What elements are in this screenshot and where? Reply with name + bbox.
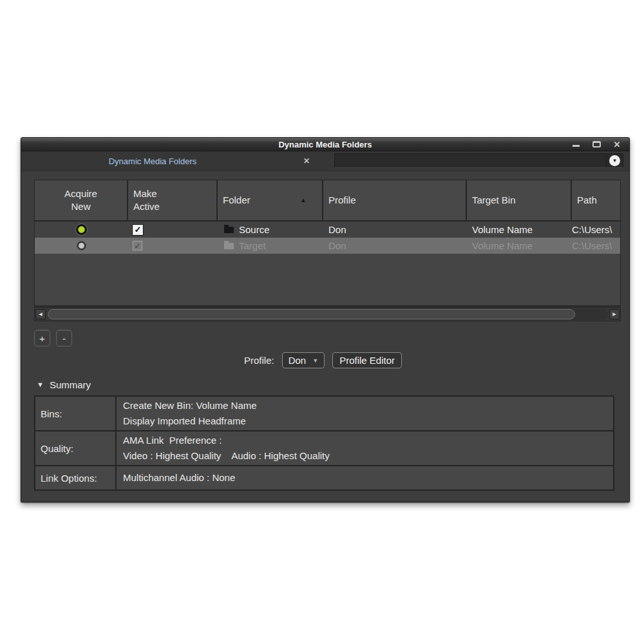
maximize-icon — [592, 141, 601, 147]
path-cell: C:\Users\ — [572, 238, 620, 254]
scroll-left-button[interactable]: ◀ — [35, 309, 46, 319]
sort-ascending-icon: ▲ — [300, 194, 307, 207]
summary-line: Display Imported Headframe — [123, 413, 607, 429]
path-cell: C:\Users\ — [572, 222, 620, 238]
acquire-new-cell — [35, 222, 128, 238]
profile-label: Profile: — [244, 355, 274, 366]
summary-row-link-options: Link Options: Multichannel Audio : None — [35, 466, 613, 489]
tab-bar: Dynamic Media Folders ✕ ▼ — [21, 151, 629, 171]
horizontal-scrollbar: ◀ ▶ — [35, 305, 620, 321]
summary-value: AMA Link Preference : Video : Highest Qu… — [117, 431, 613, 465]
summary-label: Quality: — [35, 431, 117, 465]
radio-dot — [78, 226, 85, 233]
maximize-button[interactable] — [591, 140, 602, 149]
column-header-target-bin[interactable]: Target Bin — [467, 180, 572, 220]
folders-table: Acquire New Make Active Folder▲ Profile … — [34, 180, 621, 321]
chevron-down-icon: ▼ — [609, 155, 620, 166]
table-row-target[interactable]: ✓ Target Don Volume Name C:\Users\ — [35, 238, 620, 254]
make-active-cell: ✓ — [128, 238, 218, 254]
summary-label: Link Options: — [35, 466, 117, 489]
tab-close-icon[interactable]: ✕ — [303, 156, 310, 166]
column-header-path[interactable]: Path — [572, 180, 620, 220]
folder-icon — [224, 227, 234, 233]
acquire-new-cell — [35, 238, 128, 254]
minimize-icon — [573, 145, 580, 147]
radio-acquire-new-on[interactable] — [75, 223, 88, 236]
scroll-right-button[interactable]: ▶ — [609, 309, 620, 319]
summary-line: Video : Highest Quality Audio : Highest … — [123, 448, 607, 464]
column-header-folder[interactable]: Folder▲ — [218, 180, 323, 220]
window-content: Acquire New Make Active Folder▲ Profile … — [21, 171, 629, 491]
window-controls: ✕ — [570, 140, 629, 149]
summary-value: Multichannel Audio : None — [117, 466, 613, 489]
profile-cell: Don — [323, 222, 467, 238]
profile-dropdown[interactable]: Don ▼ — [282, 352, 325, 368]
summary-line: Create New Bin: Volume Name — [123, 398, 607, 413]
table-header-row: Acquire New Make Active Folder▲ Profile … — [35, 180, 620, 222]
table-empty-area — [35, 254, 620, 305]
summary-title: Summary — [50, 379, 91, 390]
summary-table: Bins: Create New Bin: Volume Name Displa… — [34, 395, 614, 491]
make-active-cell: ✓ — [128, 222, 218, 238]
summary-value: Create New Bin: Volume Name Display Impo… — [117, 397, 613, 430]
summary-label: Bins: — [35, 397, 117, 430]
summary-line: AMA Link Preference : — [123, 433, 607, 448]
column-header-acquire-new[interactable]: Acquire New — [35, 180, 128, 220]
radio-acquire-new-off[interactable] — [77, 241, 86, 251]
collapse-triangle-icon[interactable]: ▼ — [37, 381, 44, 388]
profile-controls: Profile: Don ▼ Profile Editor — [244, 352, 620, 368]
add-remove-toolbar: + - — [34, 330, 620, 346]
profile-dropdown-value: Don — [289, 355, 307, 366]
table-row-source[interactable]: ✓ Source Don Volume Name C:\Users\ — [35, 222, 620, 238]
folder-cell: Target — [218, 238, 323, 254]
column-header-make-active[interactable]: Make Active — [128, 180, 218, 220]
target-bin-cell: Volume Name — [467, 238, 572, 254]
checkbox-make-active-checked-disabled[interactable]: ✓ — [133, 241, 142, 251]
close-button[interactable]: ✕ — [611, 140, 623, 149]
radio-dot — [79, 243, 84, 249]
title-bar[interactable]: Dynamic Media Folders ✕ — [21, 138, 629, 151]
checkbox-make-active-checked[interactable]: ✓ — [133, 225, 143, 235]
dynamic-media-folders-window: Dynamic Media Folders ✕ Dynamic Media Fo… — [21, 137, 630, 502]
summary-row-quality: Quality: AMA Link Preference : Video : H… — [35, 431, 613, 466]
folder-name: Target — [239, 240, 266, 251]
summary-header[interactable]: ▼ Summary — [37, 379, 620, 390]
tab-list-dropdown-button[interactable]: ▼ — [606, 154, 623, 167]
tab-dynamic-media-folders[interactable]: Dynamic Media Folders ✕ — [21, 151, 310, 171]
folder-name: Source — [239, 224, 270, 235]
column-header-profile[interactable]: Profile — [323, 180, 467, 220]
profile-editor-button[interactable]: Profile Editor — [332, 352, 402, 368]
add-folder-button[interactable]: + — [34, 330, 50, 346]
folder-cell: Source — [218, 222, 323, 238]
scrollbar-track[interactable] — [47, 308, 608, 320]
column-header-folder-label: Folder — [223, 194, 251, 207]
tab-label: Dynamic Media Folders — [21, 156, 284, 166]
chevron-down-icon: ▼ — [312, 357, 318, 364]
scrollbar-thumb[interactable] — [48, 309, 575, 319]
window-title: Dynamic Media Folders — [21, 138, 629, 151]
summary-row-bins: Bins: Create New Bin: Volume Name Displa… — [35, 397, 613, 431]
remove-folder-button[interactable]: - — [56, 330, 72, 346]
summary-line: Multichannel Audio : None — [123, 470, 607, 486]
profile-cell: Don — [323, 238, 467, 254]
folder-icon — [224, 243, 234, 249]
target-bin-cell: Volume Name — [467, 222, 572, 238]
tab-well: ▼ — [334, 153, 623, 168]
minimize-button[interactable] — [570, 140, 582, 149]
